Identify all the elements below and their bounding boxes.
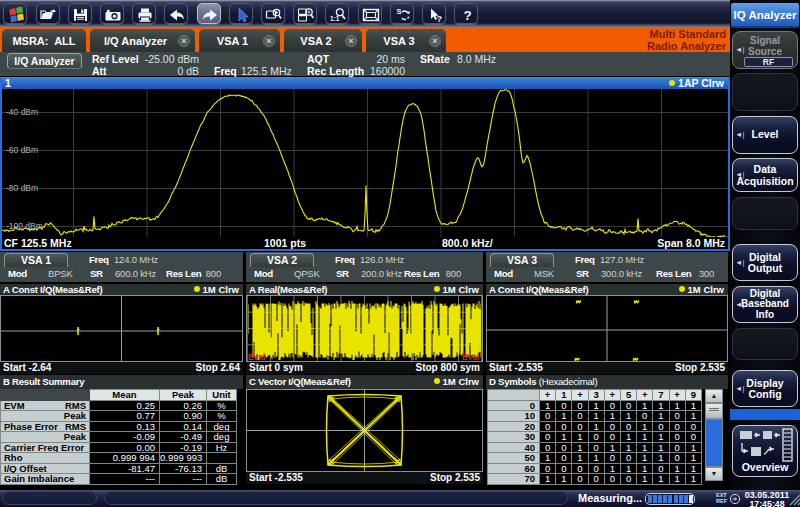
svg-text:?: ? (464, 8, 472, 23)
svg-text:Eval: Eval (248, 352, 266, 361)
svg-text:1:1: 1:1 (330, 15, 340, 22)
svg-text:?: ? (437, 13, 443, 23)
svg-text:S: S (396, 6, 401, 15)
svg-text:Eval: Eval (462, 352, 480, 361)
